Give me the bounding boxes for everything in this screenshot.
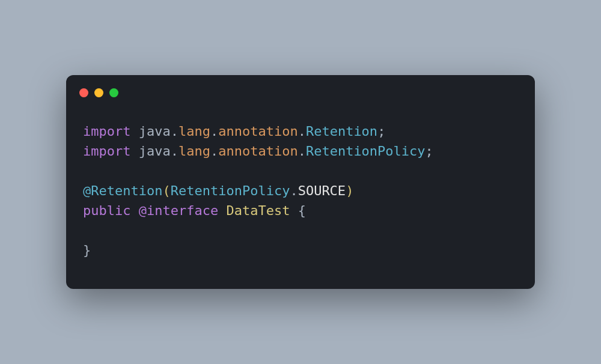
code-token-keyword: import (83, 144, 130, 159)
code-token-op: . (290, 183, 297, 198)
code-line: } (83, 240, 518, 260)
code-token-modifier: @interface (139, 203, 218, 218)
code-token-type: Retention (306, 124, 377, 139)
code-token-package: annotation (218, 124, 297, 139)
code-token-classname: DataTest (226, 203, 290, 218)
code-token-op: . (298, 124, 306, 139)
code-line: import java.lang.annotation.RetentionPol… (83, 141, 518, 161)
code-token-paren: ) (346, 183, 353, 198)
maximize-icon[interactable] (109, 88, 118, 97)
code-token-brace: { (298, 203, 306, 218)
title-bar (66, 75, 535, 97)
code-token-op: . (298, 144, 306, 159)
code-token-white (290, 203, 297, 218)
code-token-white (218, 203, 226, 218)
minimize-icon[interactable] (94, 88, 103, 97)
code-token-punct: ; (377, 124, 385, 139)
code-token-white: SOURCE (298, 183, 346, 198)
code-token-op: . (171, 144, 178, 159)
code-token-namespace: java (139, 124, 171, 139)
code-token-annotation: @Retention (83, 183, 162, 198)
code-token-keyword: import (83, 124, 130, 139)
code-window: import java.lang.annotation.Retention;im… (66, 75, 535, 289)
code-token-punct: ; (426, 144, 433, 159)
code-token-brace: } (83, 243, 91, 258)
code-line: import java.lang.annotation.Retention; (83, 121, 518, 141)
code-token-package: lang (178, 144, 210, 159)
close-icon[interactable] (79, 88, 88, 97)
code-token-op: . (171, 124, 178, 139)
code-token-type: RetentionPolicy (306, 144, 426, 159)
code-token-package: annotation (218, 144, 297, 159)
code-token-modifier: public (83, 203, 130, 218)
code-token-namespace: java (139, 144, 171, 159)
code-token-paren: ( (162, 183, 170, 198)
code-line (83, 161, 518, 181)
code-token-white (130, 203, 138, 218)
code-token-white (130, 124, 138, 139)
code-line: public @interface DataTest { (83, 201, 518, 220)
code-line (83, 220, 518, 240)
code-token-type: RetentionPolicy (171, 183, 290, 198)
code-line: @Retention(RetentionPolicy.SOURCE) (83, 181, 518, 201)
code-token-white (130, 144, 138, 159)
code-token-op: . (210, 144, 218, 159)
code-token-op: . (210, 124, 218, 139)
code-area: import java.lang.annotation.Retention;im… (66, 97, 535, 289)
code-token-package: lang (178, 124, 210, 139)
